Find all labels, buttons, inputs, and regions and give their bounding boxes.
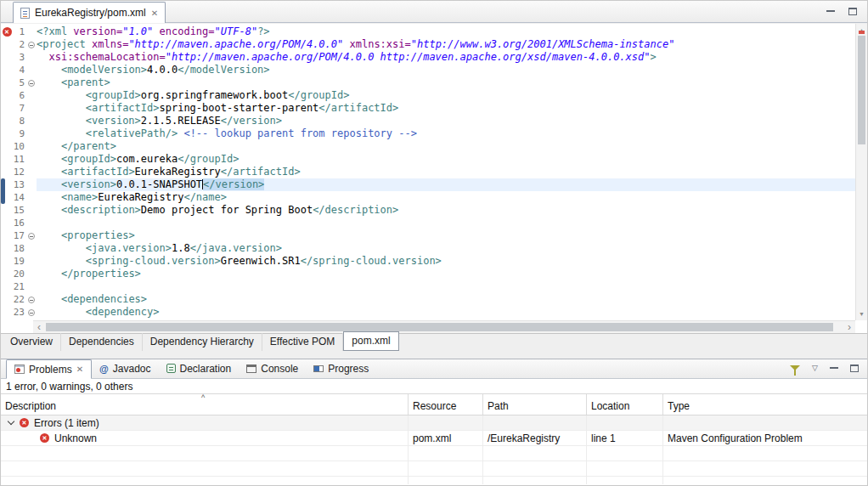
line-number[interactable]: 15 [13, 204, 26, 217]
marker-ruler[interactable] [1, 229, 13, 242]
code-line[interactable]: 8 <version>2.1.5.RELEASE</version> [1, 115, 855, 127]
code-line[interactable]: 21 [1, 280, 855, 293]
marker-ruler[interactable] [1, 280, 13, 293]
marker-ruler[interactable] [1, 127, 13, 140]
line-number[interactable]: 22 [13, 293, 26, 306]
fold-collapse-icon[interactable] [28, 309, 35, 316]
code-line[interactable]: 22 <dependencies> [1, 293, 855, 306]
code-line[interactable]: 10 </parent> [1, 140, 855, 153]
code-text[interactable]: </properties> [37, 268, 855, 280]
code-text[interactable] [37, 280, 855, 293]
line-number[interactable]: 19 [13, 255, 26, 268]
code-line[interactable]: 7 <artifactId>spring-boot-starter-parent… [1, 102, 855, 115]
marker-ruler[interactable] [1, 166, 13, 178]
line-number[interactable]: 17 [13, 229, 26, 242]
marker-ruler[interactable] [1, 268, 13, 280]
column-location[interactable]: Location [587, 394, 663, 415]
marker-ruler[interactable] [1, 204, 13, 217]
filters-icon[interactable] [790, 365, 800, 370]
line-number[interactable]: 3 [13, 51, 26, 64]
code-text[interactable]: <parent> [37, 76, 855, 89]
problem-row[interactable]: ✕Errors (1 item) [1, 415, 867, 431]
line-number[interactable]: 20 [13, 268, 26, 280]
marker-ruler[interactable] [1, 102, 13, 115]
code-text[interactable]: <?xml version="1.0" encoding="UTF-8"?> [37, 25, 855, 38]
fold-collapse-icon[interactable] [28, 80, 35, 87]
code-text[interactable] [37, 217, 855, 229]
line-number[interactable]: 2 [13, 38, 26, 51]
tab-javadoc[interactable]: @ Javadoc [92, 359, 158, 378]
tab-dependency-hierarchy[interactable]: Dependency Hierarchy [143, 333, 262, 351]
line-number[interactable]: 1 [13, 25, 26, 38]
marker-ruler[interactable] [1, 51, 13, 64]
line-number[interactable]: 5 [13, 76, 26, 89]
column-path[interactable]: Path [483, 394, 587, 415]
line-number[interactable]: 12 [13, 166, 26, 178]
column-type[interactable]: Type [663, 394, 867, 415]
code-editor[interactable]: ✕1<?xml version="1.0" encoding="UTF-8"?>… [1, 24, 867, 333]
line-number[interactable]: 21 [13, 280, 26, 293]
line-number[interactable]: 16 [13, 217, 26, 229]
tab-declaration[interactable]: Declaration [159, 359, 240, 378]
code-line[interactable]: 2<project xmlns="http://maven.apache.org… [1, 38, 855, 51]
code-text[interactable]: <version>2.1.5.RELEASE</version> [37, 115, 855, 127]
code-text[interactable]: <artifactId>spring-boot-starter-parent</… [37, 102, 855, 115]
horizontal-scrollbar-thumb[interactable] [46, 323, 833, 331]
marker-ruler[interactable] [1, 306, 13, 319]
scroll-down-icon[interactable]: ▼ [856, 308, 867, 319]
tab-pom-xml[interactable]: pom.xml [343, 331, 398, 351]
marker-ruler[interactable] [1, 89, 13, 102]
code-line[interactable]: 5 <parent> [1, 76, 855, 89]
scroll-left-icon[interactable]: ‹ [33, 321, 45, 333]
marker-ruler[interactable] [1, 153, 13, 166]
column-description[interactable]: ^ Description [1, 394, 409, 415]
marker-ruler[interactable] [1, 115, 13, 127]
line-number[interactable]: 6 [13, 89, 26, 102]
tab-overview[interactable]: Overview [3, 333, 61, 351]
code-line[interactable]: 19 <spring-cloud.version>Greenwich.SR1</… [1, 255, 855, 268]
marker-ruler[interactable] [1, 217, 13, 229]
code-text[interactable]: <groupId>com.eureka</groupId> [37, 153, 855, 166]
code-text[interactable]: <dependencies> [37, 293, 855, 306]
code-line[interactable]: 3 xsi:schemaLocation="http://maven.apach… [1, 51, 855, 64]
vertical-scrollbar[interactable]: ▲ ▼ [855, 24, 867, 320]
code-text[interactable]: <spring-cloud.version>Greenwich.SR1</spr… [37, 255, 855, 268]
code-text[interactable]: <groupId>org.springframework.boot</group… [37, 89, 855, 102]
tab-effective-pom[interactable]: Effective POM [262, 333, 343, 351]
fold-collapse-icon[interactable] [28, 42, 35, 48]
code-line[interactable]: 17 <properties> [1, 229, 855, 242]
view-menu-icon[interactable]: ▽ [812, 364, 818, 372]
line-number[interactable]: 8 [13, 115, 26, 127]
marker-ruler[interactable] [1, 242, 13, 255]
code-text[interactable]: <name>EurekaRegistry</name> [37, 191, 855, 204]
column-resource[interactable]: Resource [409, 394, 483, 415]
code-line[interactable]: 4 <modelVersion>4.0.0</modelVersion> [1, 64, 855, 76]
marker-ruler[interactable] [1, 293, 13, 306]
marker-ruler[interactable]: ✕ [1, 25, 13, 38]
line-number[interactable]: 14 [13, 191, 26, 204]
code-line[interactable]: 15 <description>Demo project for Spring … [1, 204, 855, 217]
maximize-icon[interactable] [848, 8, 857, 15]
code-text[interactable]: <dependency> [37, 306, 855, 319]
minimize-icon[interactable] [826, 10, 835, 12]
line-number[interactable]: 9 [13, 127, 26, 140]
code-text[interactable]: <version>0.0.1-SNAPSHOT</version> [37, 178, 855, 191]
code-line[interactable]: 6 <groupId>org.springframework.boot</gro… [1, 89, 855, 102]
code-line[interactable]: 12 <artifactId>EurekaRegistry</artifactI… [1, 166, 855, 178]
code-text[interactable]: <project xmlns="http://maven.apache.org/… [37, 38, 855, 51]
code-line[interactable]: 18 <java.version>1.8</java.version> [1, 242, 855, 255]
problem-row[interactable]: ✕Unknownpom.xml/EurekaRegistryline 1Mave… [1, 431, 867, 446]
code-line[interactable]: ✕1<?xml version="1.0" encoding="UTF-8"?> [1, 25, 855, 38]
line-number[interactable]: 13 [13, 178, 26, 191]
code-line[interactable]: 11 <groupId>com.eureka</groupId> [1, 153, 855, 166]
marker-ruler[interactable] [1, 64, 13, 76]
line-number[interactable]: 7 [13, 102, 26, 115]
code-line[interactable]: 20 </properties> [1, 268, 855, 280]
vertical-scrollbar-thumb[interactable] [858, 36, 865, 144]
close-icon[interactable]: ✕ [76, 364, 83, 374]
expand-chevron-icon[interactable] [8, 418, 14, 425]
code-line[interactable]: 14 <name>EurekaRegistry</name> [1, 191, 855, 204]
maximize-view-icon[interactable] [850, 364, 859, 372]
marker-ruler[interactable] [1, 140, 13, 153]
overview-error-marker[interactable] [859, 31, 865, 34]
